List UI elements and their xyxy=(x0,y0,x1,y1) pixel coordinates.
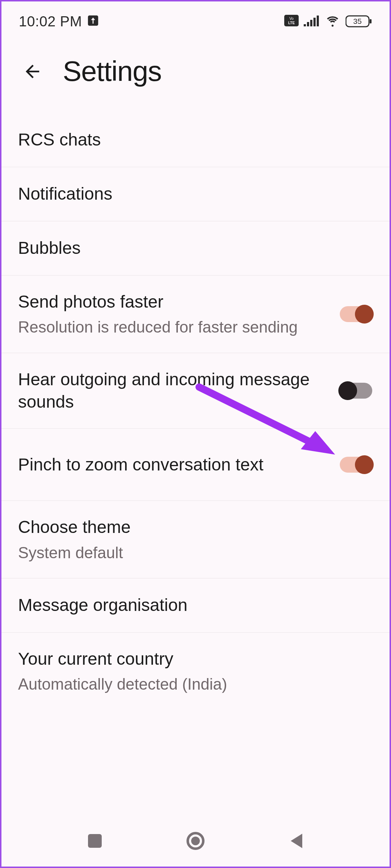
row-rcs-chats[interactable]: RCS chats xyxy=(1,113,390,167)
row-title: Your current country xyxy=(18,648,364,670)
row-title: Notifications xyxy=(18,183,364,205)
row-bubbles[interactable]: Bubbles xyxy=(1,221,390,275)
row-subtitle: Automatically detected (India) xyxy=(18,674,364,694)
svg-rect-7 xyxy=(313,18,316,26)
row-subtitle: Resolution is reduced for faster sending xyxy=(18,317,331,337)
status-bar: 10:02 PM VoLTE 35 xyxy=(1,1,390,38)
row-notifications[interactable]: Notifications xyxy=(1,167,390,221)
page-title: Settings xyxy=(63,55,162,88)
upload-icon xyxy=(87,14,99,28)
row-choose-theme[interactable]: Choose theme System default xyxy=(1,501,390,578)
svg-marker-13 xyxy=(291,834,302,848)
status-left: 10:02 PM xyxy=(19,13,99,30)
wifi-icon xyxy=(325,14,341,28)
triangle-back-icon xyxy=(289,832,304,850)
row-title: Send photos faster xyxy=(18,291,331,313)
nav-recent-button[interactable] xyxy=(82,828,107,854)
row-title: RCS chats xyxy=(18,129,364,151)
header: Settings xyxy=(1,38,390,113)
row-title: Pinch to zoom conversation text xyxy=(18,453,331,476)
settings-list: RCS chats Notifications Bubbles Send pho… xyxy=(1,113,390,710)
row-title: Hear outgoing and incoming message sound… xyxy=(18,368,331,413)
volte-icon: VoLTE xyxy=(284,15,299,28)
row-send-photos-faster[interactable]: Send photos faster Resolution is reduced… xyxy=(1,275,390,353)
svg-text:Vo: Vo xyxy=(289,17,294,21)
row-title: Choose theme xyxy=(18,516,364,538)
svg-text:LTE: LTE xyxy=(288,21,295,25)
battery-icon: 35 xyxy=(346,15,372,28)
battery-level: 35 xyxy=(353,17,361,25)
svg-rect-6 xyxy=(310,20,312,26)
row-title: Message organisation xyxy=(18,594,364,616)
back-button[interactable] xyxy=(22,61,43,82)
circle-icon xyxy=(186,832,205,850)
status-time: 10:02 PM xyxy=(19,13,82,30)
square-icon xyxy=(88,834,102,848)
row-message-organisation[interactable]: Message organisation xyxy=(1,578,390,633)
row-pinch-zoom[interactable]: Pinch to zoom conversation text xyxy=(1,429,390,501)
row-message-sounds[interactable]: Hear outgoing and incoming message sound… xyxy=(1,353,390,429)
svg-rect-4 xyxy=(304,24,306,26)
row-title: Bubbles xyxy=(18,237,364,259)
toggle-pinch-zoom[interactable] xyxy=(340,457,372,473)
navigation-bar xyxy=(1,820,390,867)
toggle-message-sounds[interactable] xyxy=(340,383,372,399)
svg-rect-8 xyxy=(317,16,319,26)
svg-rect-10 xyxy=(370,19,372,23)
nav-back-button[interactable] xyxy=(284,828,309,854)
nav-home-button[interactable] xyxy=(183,828,208,854)
arrow-back-icon xyxy=(22,61,43,82)
status-right: VoLTE 35 xyxy=(284,14,372,28)
svg-rect-5 xyxy=(307,22,309,26)
toggle-send-photos-faster[interactable] xyxy=(340,306,372,322)
signal-icon xyxy=(304,15,320,28)
row-subtitle: System default xyxy=(18,542,364,563)
row-current-country[interactable]: Your current country Automatically detec… xyxy=(1,633,390,710)
